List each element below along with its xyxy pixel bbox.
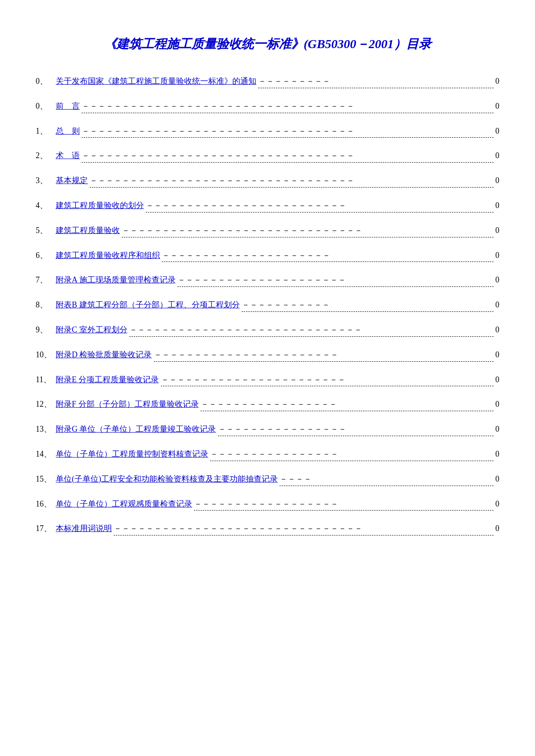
toc-dots: －－－－－－－－－－－－－－－－－－－－－: [177, 274, 494, 287]
toc-item: 0、关于发布国家《建筑工程施工质量验收统一标准》的通知－－－－－－－－－0: [36, 75, 499, 90]
toc-number: 14、: [36, 448, 56, 461]
page-title: 《建筑工程施工质量验收统一标准》(GB50300－2001）目录: [36, 36, 499, 53]
toc-dots: －－－－－－－－－－－－－－－－－: [201, 398, 494, 411]
toc-dots: －－－－－－－－－－－－－－－－－－: [194, 498, 494, 511]
toc-dots: －－－－－－－－－－－－－－－－－－－－－: [162, 249, 494, 262]
toc-dots: －－－－－－－－－－－－－－－－－－－－－－－－－－－－－－－: [114, 522, 494, 535]
toc-link[interactable]: 附录D 检验批质量验收记录: [56, 348, 152, 361]
toc-dots: －－－－－－－－－－－－－－－－－－－－－－－－－: [146, 199, 494, 212]
toc-page: 0: [495, 199, 499, 212]
toc-number: 16、: [36, 498, 56, 511]
toc-item: 13、附录G 单位（子单位）工程质量竣工验收记录－－－－－－－－－－－－－－－－…: [36, 423, 499, 438]
toc-link[interactable]: 附录A 施工现场质量管理检查记录: [56, 274, 176, 286]
toc-number: 3、: [36, 174, 56, 187]
toc-page: 0: [495, 174, 499, 187]
toc-number: 0、: [36, 100, 56, 113]
toc-page: 0: [495, 423, 499, 436]
toc-dots: －－－－－－－－－: [258, 75, 494, 88]
toc-link[interactable]: 单位（子单位）工程质量控制资料核查记录: [56, 448, 208, 461]
toc-item: 16、单位（子单位）工程观感质量检查记录－－－－－－－－－－－－－－－－－－0: [36, 498, 499, 513]
toc-number: 11、: [36, 373, 56, 386]
toc-number: 4、: [36, 199, 56, 212]
toc-dots: －－－－－－－－－－－－－－－－: [218, 423, 494, 436]
toc-link[interactable]: 附录F 分部（子分部）工程质量验收记录: [56, 398, 199, 411]
toc-item: 5、建筑工程质量验收－－－－－－－－－－－－－－－－－－－－－－－－－－－－－－…: [36, 224, 499, 239]
toc-page: 0: [495, 100, 499, 113]
toc-item: 17、本标准用词说明－－－－－－－－－－－－－－－－－－－－－－－－－－－－－－…: [36, 522, 499, 537]
toc-item: 11、附录E 分项工程质量验收记录－－－－－－－－－－－－－－－－－－－－－－－…: [36, 373, 499, 388]
toc-number: 5、: [36, 224, 56, 237]
toc-page: 0: [495, 348, 499, 361]
toc-link[interactable]: 附录E 分项工程质量验收记录: [56, 373, 159, 386]
toc-item: 3、基本规定－－－－－－－－－－－－－－－－－－－－－－－－－－－－－－－－－0: [36, 174, 499, 189]
toc-item: 8、附表B 建筑工程分部（子分部）工程、分项工程划分－－－－－－－－－－－0: [36, 298, 499, 314]
toc-number: 12、: [36, 398, 56, 411]
toc-number: 6、: [36, 249, 56, 262]
toc-item: 12、附录F 分部（子分部）工程质量验收记录－－－－－－－－－－－－－－－－－0: [36, 398, 499, 413]
toc-item: 6、建筑工程质量验收程序和组织－－－－－－－－－－－－－－－－－－－－－0: [36, 249, 499, 264]
toc-link[interactable]: 建筑工程质量验收: [56, 224, 120, 237]
table-of-contents: 0、关于发布国家《建筑工程施工质量验收统一标准》的通知－－－－－－－－－00、前…: [36, 75, 499, 537]
title-text: 《建筑工程施工质量验收统一标准》(GB50300－2001）目录: [104, 37, 431, 51]
toc-number: 10、: [36, 348, 56, 361]
toc-link[interactable]: 附表B 建筑工程分部（子分部）工程、分项工程划分: [56, 298, 240, 311]
toc-link[interactable]: 前 言: [56, 100, 80, 113]
toc-dots: －－－－－－－－－－－－－－－－－－－－－－－: [161, 373, 494, 387]
toc-item: 9、附录C 室外工程划分－－－－－－－－－－－－－－－－－－－－－－－－－－－－…: [36, 323, 499, 339]
toc-number: 2、: [36, 149, 56, 162]
toc-page: 0: [495, 149, 499, 162]
toc-link[interactable]: 单位(子单位)工程安全和功能检验资料核查及主要功能抽查记录: [56, 473, 278, 486]
toc-page: 0: [495, 75, 499, 88]
toc-link[interactable]: 总 则: [56, 125, 80, 138]
toc-number: 9、: [36, 323, 56, 336]
toc-link[interactable]: 建筑工程质量验收的划分: [56, 199, 144, 212]
toc-link[interactable]: 本标准用词说明: [56, 522, 112, 535]
toc-item: 7、附录A 施工现场质量管理检查记录－－－－－－－－－－－－－－－－－－－－－0: [36, 274, 499, 289]
toc-item: 14、单位（子单位）工程质量控制资料核查记录－－－－－－－－－－－－－－－－0: [36, 448, 499, 463]
toc-number: 15、: [36, 473, 56, 486]
toc-item: 0、前 言－－－－－－－－－－－－－－－－－－－－－－－－－－－－－－－－－－0: [36, 100, 499, 115]
toc-dots: －－－－－－－－－－－－－－－－－－－－－－－－－－－－－－－－－－: [82, 125, 494, 138]
toc-item: 1、总 则－－－－－－－－－－－－－－－－－－－－－－－－－－－－－－－－－－0: [36, 125, 499, 140]
toc-dots: －－－－－－－－－－－－－－－－: [210, 448, 494, 461]
toc-number: 13、: [36, 423, 56, 436]
toc-item: 10、附录D 检验批质量验收记录－－－－－－－－－－－－－－－－－－－－－－－0: [36, 348, 499, 364]
toc-link[interactable]: 基本规定: [56, 174, 88, 187]
toc-page: 0: [495, 249, 499, 262]
toc-page: 0: [495, 522, 499, 535]
toc-page: 0: [495, 125, 499, 138]
toc-dots: －－－－－－－－－－－－－－－－－－－－－－－－－－－－－: [129, 323, 494, 337]
toc-number: 0、: [36, 75, 56, 88]
toc-link[interactable]: 关于发布国家《建筑工程施工质量验收统一标准》的通知: [56, 75, 256, 88]
toc-link[interactable]: 单位（子单位）工程观感质量检查记录: [56, 498, 192, 511]
toc-link[interactable]: 建筑工程质量验收程序和组织: [56, 249, 160, 262]
toc-page: 0: [495, 448, 499, 461]
toc-number: 8、: [36, 298, 56, 311]
toc-dots: －－－－: [280, 473, 494, 486]
toc-dots: －－－－－－－－－－－－－－－－－－－－－－－: [154, 348, 494, 362]
toc-number: 17、: [36, 522, 56, 535]
toc-dots: －－－－－－－－－－－: [242, 298, 494, 312]
toc-page: 0: [495, 498, 499, 511]
toc-item: 4、建筑工程质量验收的划分－－－－－－－－－－－－－－－－－－－－－－－－－0: [36, 199, 499, 214]
toc-page: 0: [495, 398, 499, 411]
toc-page: 0: [495, 323, 499, 336]
toc-dots: －－－－－－－－－－－－－－－－－－－－－－－－－－－－－－－－－－: [82, 100, 494, 113]
toc-item: 2、术 语－－－－－－－－－－－－－－－－－－－－－－－－－－－－－－－－－－0: [36, 149, 499, 164]
toc-link[interactable]: 术 语: [56, 149, 80, 162]
toc-page: 0: [495, 473, 499, 486]
toc-page: 0: [495, 298, 499, 311]
toc-dots: －－－－－－－－－－－－－－－－－－－－－－－－－－－－－－－－－: [90, 174, 494, 188]
toc-page: 0: [495, 224, 499, 237]
toc-item: 15、单位(子单位)工程安全和功能检验资料核查及主要功能抽查记录－－－－0: [36, 473, 499, 488]
toc-link[interactable]: 附录G 单位（子单位）工程质量竣工验收记录: [56, 423, 216, 436]
toc-dots: －－－－－－－－－－－－－－－－－－－－－－－－－－－－－－: [122, 224, 494, 237]
toc-dots: －－－－－－－－－－－－－－－－－－－－－－－－－－－－－－－－－－: [82, 149, 494, 163]
toc-number: 7、: [36, 274, 56, 286]
toc-link[interactable]: 附录C 室外工程划分: [56, 323, 128, 336]
toc-number: 1、: [36, 125, 56, 138]
toc-page: 0: [495, 274, 499, 286]
toc-page: 0: [495, 373, 499, 386]
